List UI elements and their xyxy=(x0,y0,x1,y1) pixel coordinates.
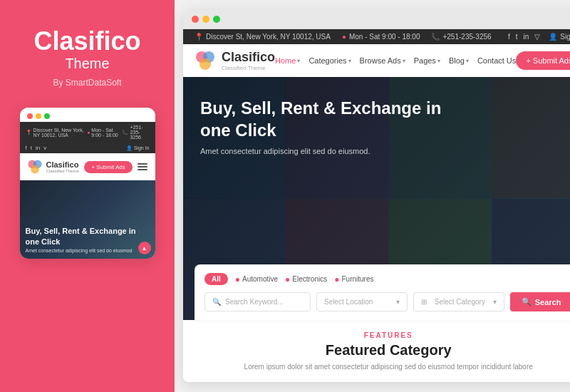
mock-address-text: Discover St, New York, NY 10012, USA xyxy=(33,128,88,138)
site-linkedin-icon[interactable]: in xyxy=(524,33,529,41)
mock-dot-green xyxy=(44,113,50,119)
browser-dot-red xyxy=(192,16,199,23)
mobile-mockup: 📍 Discover St, New York, NY 10012, USA ●… xyxy=(20,108,155,259)
mock-window-dots xyxy=(27,113,50,119)
nav-link-browse-ads[interactable]: Browse Ads▾ xyxy=(360,56,405,65)
site-submit-ads-button[interactable]: + Submit Ads xyxy=(516,51,570,70)
search-btn-icon: 🔍 xyxy=(522,297,532,306)
nav-link-pages[interactable]: Pages▾ xyxy=(414,56,440,65)
brand-byline: By SmartDataSoft xyxy=(53,78,121,88)
site-facebook-icon[interactable]: f xyxy=(508,33,510,41)
site-twitter-icon[interactable]: t xyxy=(516,33,518,41)
mock-facebook-icon[interactable]: f xyxy=(26,145,27,151)
search-magnifier-icon: 🔍 xyxy=(212,298,221,306)
search-location-placeholder: Select Location xyxy=(324,298,373,306)
mock-hamburger-menu[interactable] xyxy=(138,163,147,170)
site-phone-text: +251-235-3256 xyxy=(442,33,491,41)
site-logo-text-wrap: Clasifico Classified Theme xyxy=(222,50,275,71)
left-panel: Clasifico Theme By SmartDataSoft 📍 Disco… xyxy=(0,0,175,392)
site-info-bar: 📍 Discover St, New York, NY 10012, USA ●… xyxy=(183,29,570,44)
site-hero: Buy, Sell, Rent & Exchange in one Click … xyxy=(183,77,570,320)
features-description: Lorem ipsum dolor sit amet consectetur a… xyxy=(210,363,566,371)
right-panel: 📍 Discover St, New York, NY 10012, USA ●… xyxy=(175,0,570,392)
info-right: f t in ▽ 👤 Sign In xyxy=(508,33,570,41)
site-logo: Clasifico Classified Theme xyxy=(195,50,275,71)
site-address: 📍 Discover St, New York, NY 10012, USA xyxy=(195,33,331,41)
search-location-arrow: ▾ xyxy=(396,298,400,306)
search-tab-furnitures[interactable]: ● Furnitures xyxy=(334,274,373,284)
search-tab-automotive[interactable]: ● Automotive xyxy=(235,274,278,284)
brand-title: Clasifico xyxy=(33,29,140,54)
mock-phone-icon: 📞 xyxy=(122,130,128,135)
search-btn-label: Search xyxy=(535,298,561,306)
nav-link-categories[interactable]: Categories▾ xyxy=(309,56,351,65)
mock-scroll-to-top[interactable]: ▲ xyxy=(138,242,151,254)
search-keyword-placeholder: Search Keyword... xyxy=(225,298,284,306)
nav-link-blog[interactable]: Blog▾ xyxy=(449,56,469,65)
site-nav-links: Home▾ Categories▾ Browse Ads▾ Pages▾ Blo… xyxy=(275,56,516,65)
mock-address: 📍 Discover St, New York, NY 10012, USA xyxy=(26,128,88,138)
mock-hero-subtitle: Amet consectetur adipiscing elit sed do … xyxy=(26,248,150,253)
site-sign-in-text: Sign In xyxy=(560,33,570,41)
mock-social-bar: f t in v 👤 Sign In xyxy=(20,143,155,153)
tab-dot-3: ● xyxy=(334,274,339,284)
mock-hero-title: Buy, Sell, Rent & Exchange in one Click xyxy=(26,226,150,247)
nav-link-home[interactable]: Home▾ xyxy=(275,56,300,65)
search-category-input[interactable]: ⊞ Select Category ▾ xyxy=(413,292,504,311)
mock-linkedin-icon[interactable]: in xyxy=(36,145,40,151)
browser-dot-green xyxy=(213,16,220,23)
search-tab-electronics[interactable]: ● Electronics xyxy=(285,274,327,284)
mock-logo-text-wrap: Clasifico Classified Theme xyxy=(46,160,79,174)
search-category-icon: ⊞ xyxy=(421,298,427,306)
search-category-placeholder: Select Category xyxy=(435,298,485,306)
mock-twitter-icon[interactable]: t xyxy=(31,145,32,151)
site-pin-icon: 📍 xyxy=(195,33,203,41)
mock-hero-text: Buy, Sell, Rent & Exchange in one Click … xyxy=(26,226,150,253)
mock-submit-ads-button[interactable]: + Submit Ads xyxy=(84,161,132,173)
features-label: FEATURES xyxy=(200,331,570,339)
features-section: FEATURES Featured Category Lorem ipsum d… xyxy=(183,320,570,382)
site-sign-in[interactable]: 👤 Sign In xyxy=(549,33,570,41)
tab-dot-2: ● xyxy=(285,274,290,284)
mock-vimeo-icon[interactable]: v xyxy=(43,145,46,151)
site-logo-icon xyxy=(195,50,216,71)
mock-logo-name: Clasifico xyxy=(46,160,79,169)
site-social-icons: f t in ▽ xyxy=(508,33,540,41)
mock-dot-yellow xyxy=(36,113,41,119)
search-keyword-input[interactable]: 🔍 Search Keyword... xyxy=(204,292,311,311)
site-hours: ● Mon - Sat 9:00 - 18:00 xyxy=(342,33,420,41)
search-location-input[interactable]: Select Location ▾ xyxy=(316,292,408,311)
mock-dot-red xyxy=(27,113,33,119)
browser-window-dots xyxy=(192,16,220,23)
mock-hero-bg: Buy, Sell, Rent & Exchange in one Click … xyxy=(20,180,155,259)
search-tabs: All ● Automotive ● Electronics ● Furnitu… xyxy=(204,273,570,285)
hero-title: Buy, Sell, Rent & Exchange in one Click xyxy=(200,97,457,141)
website-content: 📍 Discover St, New York, NY 10012, USA ●… xyxy=(183,29,570,382)
site-logo-name: Clasifico xyxy=(222,50,275,65)
browser-chrome xyxy=(183,10,570,29)
mock-pin-icon: 📍 xyxy=(26,130,32,135)
mock-social-icons: f t in v xyxy=(26,145,47,151)
mock-logo-icon xyxy=(27,159,43,175)
site-vimeo-icon[interactable]: ▽ xyxy=(534,33,540,41)
site-logo-sub: Classified Theme xyxy=(222,65,275,71)
mock-hours: ● Mon - Sat 9:00 - 18:00 xyxy=(87,128,122,138)
brand-subtitle: Theme xyxy=(65,56,109,72)
site-phone: 📞 +251-235-3256 xyxy=(431,33,491,41)
site-phone-icon: 📞 xyxy=(431,33,440,41)
site-address-text: Discover St, New York, NY 10012, USA xyxy=(206,33,331,41)
nav-link-contact[interactable]: Contact Us xyxy=(477,56,516,65)
svg-point-5 xyxy=(200,58,211,70)
mock-phone: 📞 +251-235-3256 xyxy=(122,125,149,140)
mock-hours-dot: ● xyxy=(87,130,90,135)
search-button[interactable]: 🔍 Search xyxy=(510,292,570,311)
mock-sign-in[interactable]: 👤 Sign In xyxy=(126,145,150,151)
site-main-nav: Clasifico Classified Theme Home▾ Categor… xyxy=(183,44,570,77)
search-tab-all[interactable]: All xyxy=(204,273,228,285)
browser-dot-yellow xyxy=(202,16,209,23)
mock-logo-sub: Classified Theme xyxy=(46,169,79,174)
features-title: Featured Category xyxy=(200,342,570,359)
search-section: All ● Automotive ● Electronics ● Furnitu… xyxy=(195,264,570,320)
mock-hours-text: Mon - Sat 9:00 - 18:00 xyxy=(91,128,122,138)
mock-phone-text: +251-235-3256 xyxy=(130,125,149,140)
